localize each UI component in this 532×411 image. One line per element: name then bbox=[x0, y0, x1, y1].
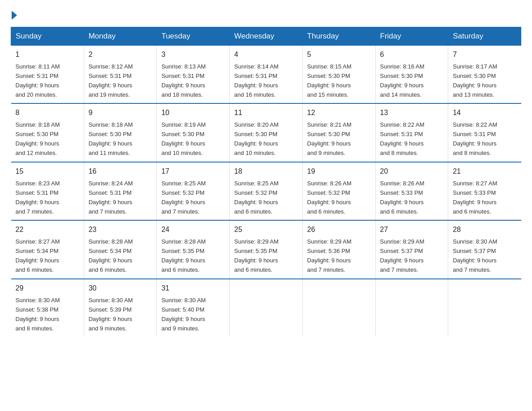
day-number: 24 bbox=[161, 224, 225, 235]
calendar-cell: 14 Sunrise: 8:22 AMSunset: 5:31 PMDaylig… bbox=[448, 103, 521, 162]
day-number: 5 bbox=[307, 49, 371, 60]
calendar-week-row: 29 Sunrise: 8:30 AMSunset: 5:38 PMDaylig… bbox=[11, 279, 521, 337]
day-number: 27 bbox=[380, 224, 444, 235]
calendar-cell: 5 Sunrise: 8:15 AMSunset: 5:30 PMDayligh… bbox=[302, 46, 375, 104]
day-number: 9 bbox=[89, 107, 152, 119]
calendar-table: SundayMondayTuesdayWednesdayThursdayFrid… bbox=[11, 27, 521, 337]
day-info: Sunrise: 8:28 AMSunset: 5:34 PMDaylight:… bbox=[89, 238, 133, 273]
calendar-cell: 19 Sunrise: 8:26 AMSunset: 5:32 PMDaylig… bbox=[302, 162, 375, 220]
day-number: 25 bbox=[234, 224, 298, 235]
calendar-week-row: 1 Sunrise: 8:11 AMSunset: 5:31 PMDayligh… bbox=[11, 46, 521, 104]
calendar-header-row: SundayMondayTuesdayWednesdayThursdayFrid… bbox=[11, 27, 521, 46]
day-info: Sunrise: 8:27 AMSunset: 5:33 PMDaylight:… bbox=[453, 180, 497, 215]
day-info: Sunrise: 8:28 AMSunset: 5:35 PMDaylight:… bbox=[161, 238, 206, 273]
calendar-cell: 23 Sunrise: 8:28 AMSunset: 5:34 PMDaylig… bbox=[84, 220, 157, 278]
day-info: Sunrise: 8:13 AMSunset: 5:31 PMDaylight:… bbox=[161, 63, 206, 98]
day-number: 1 bbox=[16, 49, 79, 60]
header-monday: Monday bbox=[84, 27, 157, 46]
day-info: Sunrise: 8:22 AMSunset: 5:31 PMDaylight:… bbox=[380, 121, 425, 156]
header-thursday: Thursday bbox=[302, 27, 375, 46]
logo-arrow-icon bbox=[12, 11, 17, 20]
calendar-cell: 7 Sunrise: 8:17 AMSunset: 5:30 PMDayligh… bbox=[448, 46, 521, 104]
day-number: 26 bbox=[307, 224, 371, 235]
calendar-cell: 4 Sunrise: 8:14 AMSunset: 5:31 PMDayligh… bbox=[230, 46, 303, 104]
day-info: Sunrise: 8:17 AMSunset: 5:30 PMDaylight:… bbox=[453, 63, 497, 98]
day-info: Sunrise: 8:25 AMSunset: 5:32 PMDaylight:… bbox=[234, 180, 279, 215]
day-info: Sunrise: 8:20 AMSunset: 5:30 PMDaylight:… bbox=[234, 121, 279, 156]
header-sunday: Sunday bbox=[11, 27, 84, 46]
page-header bbox=[11, 11, 521, 20]
calendar-cell: 15 Sunrise: 8:23 AMSunset: 5:31 PMDaylig… bbox=[11, 162, 84, 220]
header-wednesday: Wednesday bbox=[230, 27, 303, 46]
day-number: 22 bbox=[16, 224, 79, 235]
day-info: Sunrise: 8:30 AMSunset: 5:39 PMDaylight:… bbox=[89, 297, 133, 332]
day-info: Sunrise: 8:23 AMSunset: 5:31 PMDaylight:… bbox=[16, 180, 60, 215]
day-info: Sunrise: 8:15 AMSunset: 5:30 PMDaylight:… bbox=[307, 63, 352, 98]
day-info: Sunrise: 8:29 AMSunset: 5:35 PMDaylight:… bbox=[234, 238, 279, 273]
day-number: 4 bbox=[234, 49, 298, 60]
calendar-cell bbox=[230, 279, 303, 337]
day-info: Sunrise: 8:11 AMSunset: 5:31 PMDaylight:… bbox=[16, 63, 60, 98]
day-number: 17 bbox=[161, 166, 225, 177]
calendar-cell: 9 Sunrise: 8:18 AMSunset: 5:30 PMDayligh… bbox=[84, 103, 157, 162]
day-info: Sunrise: 8:19 AMSunset: 5:30 PMDaylight:… bbox=[161, 121, 206, 156]
calendar-cell: 28 Sunrise: 8:30 AMSunset: 5:37 PMDaylig… bbox=[448, 220, 521, 278]
day-info: Sunrise: 8:25 AMSunset: 5:32 PMDaylight:… bbox=[161, 180, 206, 215]
day-number: 12 bbox=[307, 107, 371, 119]
day-number: 16 bbox=[89, 166, 152, 177]
calendar-cell: 25 Sunrise: 8:29 AMSunset: 5:35 PMDaylig… bbox=[230, 220, 303, 278]
day-info: Sunrise: 8:30 AMSunset: 5:37 PMDaylight:… bbox=[453, 238, 497, 273]
calendar-cell: 11 Sunrise: 8:20 AMSunset: 5:30 PMDaylig… bbox=[230, 103, 303, 162]
day-info: Sunrise: 8:21 AMSunset: 5:30 PMDaylight:… bbox=[307, 121, 352, 156]
day-number: 3 bbox=[161, 49, 225, 60]
calendar-cell: 17 Sunrise: 8:25 AMSunset: 5:32 PMDaylig… bbox=[157, 162, 230, 220]
day-number: 20 bbox=[380, 166, 444, 177]
calendar-cell: 13 Sunrise: 8:22 AMSunset: 5:31 PMDaylig… bbox=[375, 103, 448, 162]
day-info: Sunrise: 8:27 AMSunset: 5:34 PMDaylight:… bbox=[16, 238, 60, 273]
day-info: Sunrise: 8:29 AMSunset: 5:37 PMDaylight:… bbox=[380, 238, 425, 273]
calendar-week-row: 22 Sunrise: 8:27 AMSunset: 5:34 PMDaylig… bbox=[11, 220, 521, 278]
day-info: Sunrise: 8:29 AMSunset: 5:36 PMDaylight:… bbox=[307, 238, 352, 273]
calendar-cell: 20 Sunrise: 8:26 AMSunset: 5:33 PMDaylig… bbox=[375, 162, 448, 220]
calendar-cell: 29 Sunrise: 8:30 AMSunset: 5:38 PMDaylig… bbox=[11, 279, 84, 337]
calendar-cell: 3 Sunrise: 8:13 AMSunset: 5:31 PMDayligh… bbox=[157, 46, 230, 104]
calendar-cell: 18 Sunrise: 8:25 AMSunset: 5:32 PMDaylig… bbox=[230, 162, 303, 220]
calendar-cell: 21 Sunrise: 8:27 AMSunset: 5:33 PMDaylig… bbox=[448, 162, 521, 220]
header-tuesday: Tuesday bbox=[157, 27, 230, 46]
day-info: Sunrise: 8:16 AMSunset: 5:30 PMDaylight:… bbox=[380, 63, 425, 98]
calendar-cell: 1 Sunrise: 8:11 AMSunset: 5:31 PMDayligh… bbox=[11, 46, 84, 104]
calendar-cell: 22 Sunrise: 8:27 AMSunset: 5:34 PMDaylig… bbox=[11, 220, 84, 278]
calendar-week-row: 8 Sunrise: 8:18 AMSunset: 5:30 PMDayligh… bbox=[11, 103, 521, 162]
calendar-cell: 12 Sunrise: 8:21 AMSunset: 5:30 PMDaylig… bbox=[302, 103, 375, 162]
day-info: Sunrise: 8:18 AMSunset: 5:30 PMDaylight:… bbox=[89, 121, 133, 156]
day-number: 10 bbox=[161, 107, 225, 119]
day-number: 6 bbox=[380, 49, 444, 60]
day-info: Sunrise: 8:14 AMSunset: 5:31 PMDaylight:… bbox=[234, 63, 279, 98]
header-saturday: Saturday bbox=[448, 27, 521, 46]
logo bbox=[11, 11, 18, 20]
day-info: Sunrise: 8:12 AMSunset: 5:31 PMDaylight:… bbox=[89, 63, 133, 98]
calendar-cell: 30 Sunrise: 8:30 AMSunset: 5:39 PMDaylig… bbox=[84, 279, 157, 337]
day-number: 31 bbox=[161, 283, 225, 294]
day-number: 15 bbox=[16, 166, 79, 177]
calendar-cell: 26 Sunrise: 8:29 AMSunset: 5:36 PMDaylig… bbox=[302, 220, 375, 278]
calendar-cell: 10 Sunrise: 8:19 AMSunset: 5:30 PMDaylig… bbox=[157, 103, 230, 162]
day-number: 7 bbox=[453, 49, 516, 60]
calendar-cell: 6 Sunrise: 8:16 AMSunset: 5:30 PMDayligh… bbox=[375, 46, 448, 104]
day-number: 13 bbox=[380, 107, 444, 119]
calendar-cell: 27 Sunrise: 8:29 AMSunset: 5:37 PMDaylig… bbox=[375, 220, 448, 278]
calendar-cell bbox=[302, 279, 375, 337]
calendar-cell bbox=[448, 279, 521, 337]
day-info: Sunrise: 8:26 AMSunset: 5:32 PMDaylight:… bbox=[307, 180, 352, 215]
day-number: 14 bbox=[453, 107, 516, 119]
day-number: 11 bbox=[234, 107, 298, 119]
day-number: 30 bbox=[89, 283, 152, 294]
day-info: Sunrise: 8:30 AMSunset: 5:40 PMDaylight:… bbox=[161, 297, 206, 332]
day-info: Sunrise: 8:30 AMSunset: 5:38 PMDaylight:… bbox=[16, 297, 60, 332]
calendar-cell bbox=[375, 279, 448, 337]
day-info: Sunrise: 8:24 AMSunset: 5:31 PMDaylight:… bbox=[89, 180, 133, 215]
calendar-cell: 2 Sunrise: 8:12 AMSunset: 5:31 PMDayligh… bbox=[84, 46, 157, 104]
day-number: 21 bbox=[453, 166, 516, 177]
calendar-cell: 16 Sunrise: 8:24 AMSunset: 5:31 PMDaylig… bbox=[84, 162, 157, 220]
day-info: Sunrise: 8:26 AMSunset: 5:33 PMDaylight:… bbox=[380, 180, 425, 215]
